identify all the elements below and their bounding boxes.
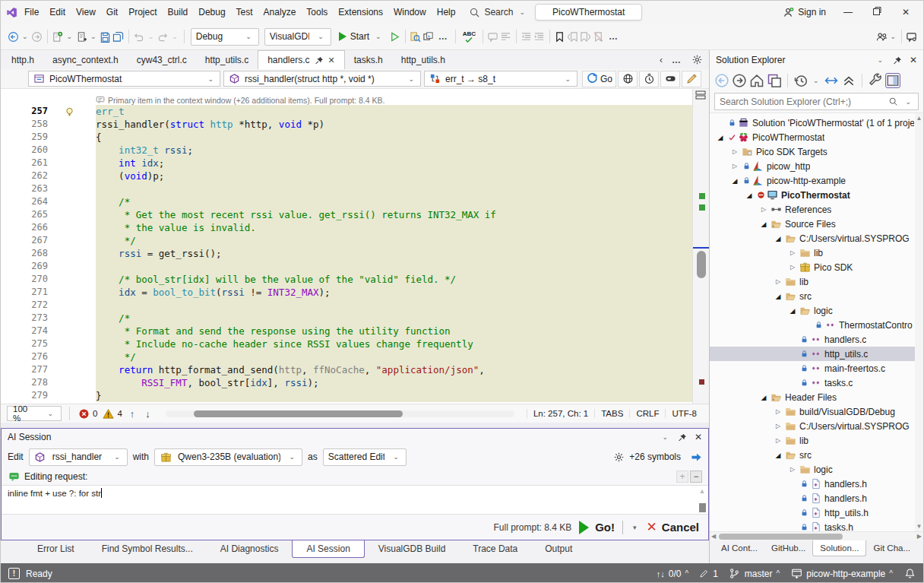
scroll-up-icon[interactable]: ▲ [916,115,922,122]
tree-closed-arrow-icon[interactable]: ▷ [772,278,784,285]
indent-decrease-icon[interactable] [521,30,533,43]
tree-closed-arrow-icon[interactable]: ▷ [786,249,799,256]
add-request-button[interactable]: + [676,471,688,483]
code-text[interactable]: /* bool_str[idx] will be the value of th… [96,273,694,286]
tabs-mode[interactable]: TABS [594,409,629,418]
wrench-icon[interactable] [868,73,883,88]
close-tab-icon[interactable]: ✕ [328,51,335,69]
scrollbar-thumb[interactable] [719,534,843,540]
tree-open-arrow-icon[interactable]: ◢ [758,394,770,401]
tree-item-src[interactable]: ◢src [710,448,923,462]
error-count[interactable]: 0 [78,407,97,420]
warning-count[interactable]: 4 [102,407,122,420]
tree-horizontal-scrollbar[interactable]: ◀ ▶ [710,531,923,540]
close-panel-icon[interactable]: ✕ [695,432,702,442]
symbols-badge[interactable]: +26 symbols [629,452,681,462]
send-feedback-icon[interactable] [905,30,917,43]
code-text[interactable]: /* [96,312,694,325]
bookmark-clear-icon[interactable] [593,30,605,43]
code-text[interactable] [96,182,694,195]
menu-item-git[interactable]: Git [101,2,123,23]
panel-splitter[interactable] [1,423,709,428]
sidebar-tab-solution[interactable]: Solution... [812,540,866,556]
find-in-files-icon[interactable] [410,30,422,43]
code-text[interactable]: } [96,389,694,402]
code-text[interactable]: err_t [96,105,694,118]
platform-dropdown[interactable]: VisualGDB⌄ [264,28,331,46]
tree-item-http_utils.h[interactable]: http_utils.h [710,505,923,520]
pin-icon[interactable] [678,432,687,442]
menu-item-extensions[interactable]: Extensions [333,2,388,23]
tree-item-picothermostat[interactable]: ◢PicoThermostat [710,188,923,202]
tree-open-arrow-icon[interactable]: ◢ [758,220,770,228]
sidebar-tab-github[interactable]: GitHub... [764,540,812,556]
redo-icon[interactable] [157,30,169,43]
document-tab-async_context.h[interactable]: async_context.h [43,51,128,69]
code-text[interactable] [96,299,694,312]
undo-icon[interactable] [133,30,145,43]
tree-item-solutionpicowthermostat1of1project[interactable]: Solution 'PicoWThermostat' (1 of 1 proje… [710,116,923,130]
document-tab-http_utils.c[interactable]: http_utils.c [196,51,258,69]
preview-icon[interactable] [885,73,900,88]
minimize-button[interactable]: — [835,1,861,24]
close-panel-icon[interactable]: ✕ [910,55,917,65]
tree-item-handlers.h[interactable]: handlers.h [710,477,923,491]
layers-icon[interactable] [767,73,782,88]
spell-check-button[interactable]: ABC [460,31,479,43]
tab-list-icon[interactable]: … [669,55,685,65]
menu-item-analyze[interactable]: Analyze [258,2,302,23]
tree-open-arrow-icon[interactable]: ◢ [772,452,784,459]
navigate-back-icon[interactable] [7,30,19,43]
sync-icon[interactable] [824,73,839,88]
document-tab-handlers.c[interactable]: handlers.c✕ [258,50,345,69]
type-dropdown[interactable]: err_t → s8_t ⌄ [424,71,578,87]
menu-item-view[interactable]: View [71,2,101,23]
tree-item-headerfiles[interactable]: ◢Header Files [710,390,923,404]
scroll-right-icon[interactable]: ▶ [917,532,922,541]
code-editor[interactable]: Primary item in the context window (+26 … [1,89,709,404]
code-text[interactable]: idx = bool_to_bit(rssi != INT32_MAX); [96,286,694,299]
sign-in-button[interactable]: Sign in [776,6,832,18]
sidebar-tab-aicont[interactable]: AI Cont... [714,540,764,556]
code-text[interactable]: */ [96,234,694,247]
tree-item-tasks.c[interactable]: tasks.c [710,375,923,390]
code-text[interactable]: */ [96,350,694,363]
tree-open-arrow-icon[interactable]: ◢ [743,192,755,199]
code-text[interactable]: * Format and send the response using the… [96,325,694,337]
pending-edits[interactable]: 1 [699,569,718,579]
tree-item-handlers.c[interactable]: handlers.c [710,332,923,347]
code-text[interactable]: * Get the most recent rssi value. get_rs… [96,208,694,221]
tree-closed-arrow-icon[interactable]: ▷ [772,423,784,429]
nav-counter[interactable]: ↑↓0/0^ [657,569,688,579]
tree-item-picowthermostat[interactable]: ◢PicoWThermostat [710,130,923,144]
code-text[interactable]: * the value is invalid. [96,221,694,234]
editor-horizontal-scrollbar[interactable] [166,410,514,417]
menu-item-build[interactable]: Build [163,2,194,23]
panel-tab-errorlist[interactable]: Error List [24,540,88,557]
cancel-button[interactable]: ✕ Cancel [647,519,699,535]
panel-tab-findsymbolresults[interactable]: Find Symbol Results... [88,540,207,557]
history-icon[interactable] [793,73,808,88]
project-dropdown[interactable]: PicoWThermostat ⌄ [28,71,220,87]
menu-item-window[interactable]: Window [388,2,432,23]
tree-closed-arrow-icon[interactable]: ▷ [786,466,799,473]
bookmark-next-icon[interactable] [580,30,592,43]
configuration-dropdown[interactable]: Debug⌄ [191,28,259,46]
collapse-icon[interactable] [841,73,856,88]
tree-item-cusersvirtual.sysprog[interactable]: ◢C:/Users/virtual.SYSPROG [710,231,923,246]
zoom-dropdown[interactable]: 100 %⌄ [7,406,62,421]
bookmark-previous-icon[interactable] [567,30,579,43]
close-button[interactable]: ✕ [893,1,919,24]
menu-item-help[interactable]: Help [432,2,461,23]
tree-item-logic[interactable]: ◢logic [710,303,923,318]
tree-item-lib[interactable]: ▷lib [710,274,923,289]
indent-increase-icon[interactable] [533,30,546,43]
tree-open-arrow-icon[interactable]: ◢ [772,293,784,300]
solution-search-input[interactable] [720,97,884,107]
toolbar-overflow-icon[interactable]: … [606,31,622,42]
tree-item-cusersvirtual.sysprog[interactable]: ▷C:/Users/virtual.SYSPROG [710,419,923,433]
pin-icon[interactable] [893,55,902,65]
code-text[interactable]: (void)p; [96,170,694,182]
document-tab-tasks.h[interactable]: tasks.h [345,51,392,69]
tree-closed-arrow-icon[interactable]: ▷ [772,408,784,415]
